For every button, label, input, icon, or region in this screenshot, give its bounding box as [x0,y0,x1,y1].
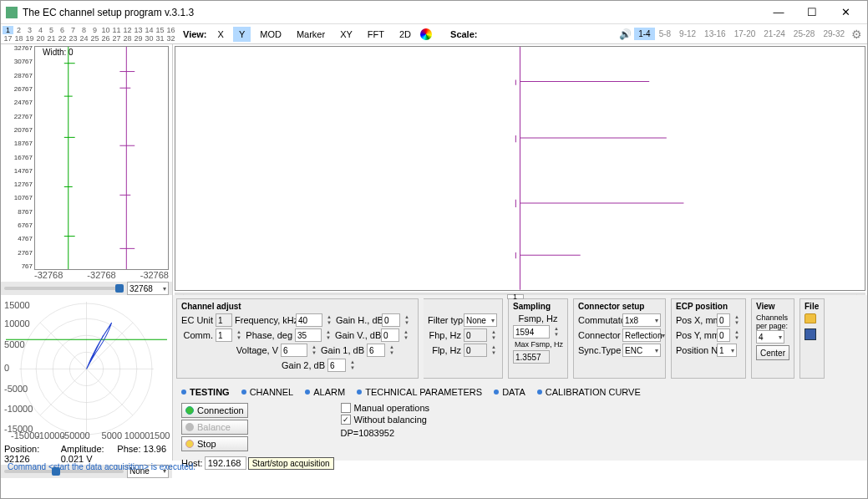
fft-button[interactable]: FFT [362,27,390,42]
center-button[interactable]: Center [756,345,789,360]
channel-19[interactable]: 19 [24,34,35,43]
color-icon[interactable] [420,28,432,40]
channel-29[interactable]: 29 [133,34,144,43]
slider-thumb[interactable] [115,284,124,293]
channel-30[interactable]: 30 [144,34,155,43]
channel-32[interactable]: 32 [165,34,176,43]
channel-27[interactable]: 27 [111,34,122,43]
channel-17[interactable]: 17 [3,34,13,43]
group-1-4[interactable]: 1-4 [634,28,654,40]
channel-21[interactable]: 21 [46,34,57,43]
gain2-field[interactable]: 6 [327,359,346,372]
volt-field[interactable]: 6 [281,344,307,357]
save-icon[interactable] [805,328,816,340]
sound-icon[interactable]: 🔊 [619,28,632,40]
tab-testing[interactable]: TESTING [181,387,230,397]
minimize-button[interactable]: — [762,3,795,22]
channel-14[interactable]: 14 [144,26,155,34]
main-scrollbar[interactable]: ◄ 1 ► [175,293,865,301]
spinner-icon[interactable]: ▲▼ [388,344,396,356]
channel-28[interactable]: 28 [122,34,133,43]
mod-button[interactable]: MOD [254,27,287,42]
polar-slider-track[interactable] [4,470,124,473]
scroll-thumb[interactable]: 1 [507,294,524,299]
channel-2[interactable]: 2 [13,26,24,34]
channel-31[interactable]: 31 [155,34,165,43]
spinner-icon[interactable]: ▲▼ [552,326,561,338]
group-29-32[interactable]: 29-32 [819,28,849,40]
spinner-icon[interactable]: ▲▼ [325,314,333,326]
channel-7[interactable]: 7 [68,26,79,34]
gainv-field[interactable]: 0 [381,328,399,342]
channel-20[interactable]: 20 [35,34,46,43]
group-5-8[interactable]: 5-8 [655,28,675,40]
open-icon[interactable] [805,313,816,323]
channel-23[interactable]: 23 [68,34,79,43]
gain1-field[interactable]: 6 [367,344,385,357]
freq-field[interactable]: 40 [296,313,322,327]
spinner-icon[interactable]: ▲▼ [348,359,357,371]
xy-button[interactable]: XY [334,27,358,42]
channel-18[interactable]: 18 [13,34,24,43]
stop-button[interactable]: Stop [181,436,248,451]
channel-12[interactable]: 12 [122,26,133,34]
channel-5[interactable]: 5 [46,26,57,34]
spinner-icon[interactable]: ▲▼ [490,329,498,341]
x-button[interactable]: X [212,27,230,42]
without-balancing-checkbox[interactable]: ✓ [341,415,351,425]
channel-9[interactable]: 9 [89,26,100,34]
comm-field[interactable]: 1 [216,328,232,342]
posn-select[interactable]: 1 [717,344,737,357]
channel-24[interactable]: 24 [79,34,89,43]
spinner-icon[interactable]: ▲▼ [402,329,410,341]
spinner-icon[interactable]: ▲▼ [310,344,318,356]
close-button[interactable]: ✕ [829,3,862,22]
channel-13[interactable]: 13 [133,26,144,34]
channel-1[interactable]: 1 [3,26,13,34]
fsmp-field[interactable]: 1594 [513,325,550,339]
y-button[interactable]: Y [233,27,251,42]
gear-icon[interactable]: ⚙ [851,28,862,41]
channel-4[interactable]: 4 [35,26,46,34]
channel-26[interactable]: 26 [100,34,111,43]
phase-field[interactable]: 35 [295,328,322,342]
group-25-28[interactable]: 25-28 [789,28,820,40]
connection-button[interactable]: Connection [181,403,248,418]
tab-technical-parameters[interactable]: TECHNICAL PARAMETERS [357,387,482,397]
posx-field[interactable]: 0 [717,313,730,327]
ec-unit-field[interactable]: 1 [216,313,232,327]
group-9-12[interactable]: 9-12 [675,28,700,40]
spinner-icon[interactable]: ▲▼ [403,314,411,326]
channel-6[interactable]: 6 [57,26,68,34]
channel-22[interactable]: 22 [57,34,68,43]
tab-calibration-curve[interactable]: CALIBRATION CURVE [537,387,641,397]
commutator-select[interactable]: 1x8 [622,313,661,327]
maximize-button[interactable]: ☐ [795,3,829,22]
tab-data[interactable]: DATA [494,387,525,397]
channel-15[interactable]: 15 [155,26,165,34]
manual-checkbox[interactable] [341,403,351,413]
group-13-16[interactable]: 13-16 [700,28,730,40]
channel-10[interactable]: 10 [100,26,111,34]
tab-alarm[interactable]: ALARM [305,387,345,397]
polar-slider-thumb[interactable] [52,467,60,476]
posy-field[interactable]: 0 [717,328,730,342]
spinner-icon[interactable]: ▲▼ [324,329,332,341]
slider-track[interactable] [4,287,124,290]
spinner-icon[interactable]: ▲▼ [733,314,741,326]
host-input[interactable]: 192.168 [205,456,246,470]
left-zoom-value[interactable]: 32768 [127,282,169,295]
marker-button[interactable]: Marker [291,27,331,42]
spinner-icon[interactable]: ▲▼ [235,329,243,341]
2d-button[interactable]: 2D [393,27,417,42]
filter-select[interactable]: None [464,313,497,327]
fhp-field[interactable]: 0 [464,328,487,342]
group-21-24[interactable]: 21-24 [759,28,789,40]
channel-25[interactable]: 25 [89,34,100,43]
tab-channel[interactable]: CHANNEL [241,387,294,397]
gainh-field[interactable]: 0 [382,313,400,327]
connector-select[interactable]: Reflection [622,328,661,342]
group-17-20[interactable]: 17-20 [730,28,760,40]
flp-field[interactable]: 0 [464,344,487,357]
channel-8[interactable]: 8 [79,26,89,34]
